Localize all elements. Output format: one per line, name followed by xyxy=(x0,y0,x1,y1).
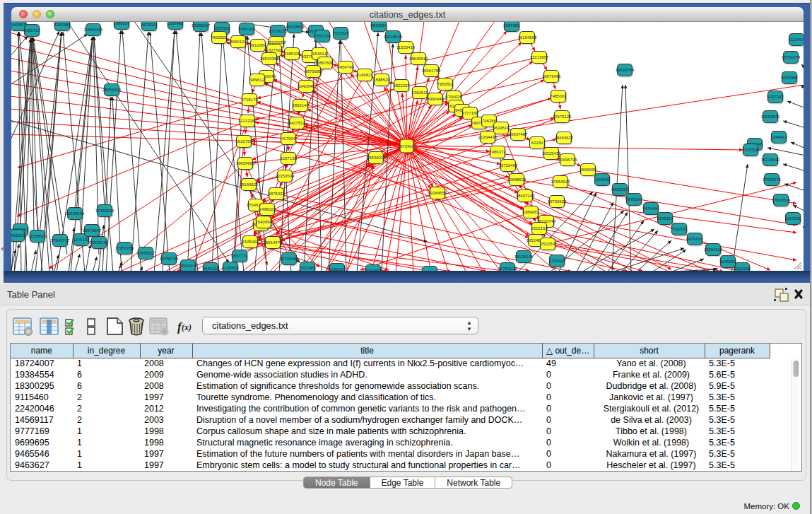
svg-text:21364436: 21364436 xyxy=(478,135,498,139)
svg-text:1935227: 1935227 xyxy=(329,267,346,271)
svg-text:28053346: 28053346 xyxy=(102,88,122,92)
svg-text:1112407: 1112407 xyxy=(789,37,804,42)
svg-text:(x): (x) xyxy=(182,322,192,332)
svg-text:9777169: 9777169 xyxy=(461,111,478,115)
svg-text:18407249: 18407249 xyxy=(516,194,535,198)
svg-text:19654983: 19654983 xyxy=(236,161,255,165)
svg-text:15751074: 15751074 xyxy=(782,55,801,59)
svg-text:8660124: 8660124 xyxy=(230,40,247,44)
svg-text:2803144: 2803144 xyxy=(292,103,309,107)
svg-text:9474444: 9474444 xyxy=(642,206,659,211)
svg-text:10654112: 10654112 xyxy=(704,247,723,252)
svg-text:14136141: 14136141 xyxy=(514,255,534,259)
svg-text:7986372: 7986372 xyxy=(489,150,506,154)
svg-text:19756928: 19756928 xyxy=(548,199,567,204)
svg-text:1145193: 1145193 xyxy=(73,238,90,242)
svg-text:19166825: 19166825 xyxy=(240,182,259,187)
svg-text:17654923: 17654923 xyxy=(551,180,570,184)
svg-text:9329966: 9329966 xyxy=(781,76,798,80)
svg-text:12975125: 12975125 xyxy=(553,115,572,119)
svg-text:1980537: 1980537 xyxy=(113,22,130,25)
svg-text:18463627: 18463627 xyxy=(555,136,574,140)
svg-text:417004: 417004 xyxy=(281,136,296,141)
svg-text:12923445: 12923445 xyxy=(179,264,198,268)
svg-text:19218506: 19218506 xyxy=(384,35,403,39)
svg-text:19384554: 19384554 xyxy=(428,191,447,195)
svg-text:19975867: 19975867 xyxy=(83,228,102,233)
svg-text:989612: 989612 xyxy=(250,78,265,82)
svg-text:17957255: 17957255 xyxy=(115,246,134,250)
svg-text:8938923: 8938923 xyxy=(611,187,628,192)
svg-text:10655267: 10655267 xyxy=(192,23,211,28)
svg-text:6794028: 6794028 xyxy=(445,95,462,99)
svg-text:9227343: 9227343 xyxy=(767,95,784,99)
svg-text:9919157: 9919157 xyxy=(11,233,25,238)
svg-text:16914479: 16914479 xyxy=(264,240,283,245)
svg-text:7955812: 7955812 xyxy=(437,82,454,86)
svg-text:20495794: 20495794 xyxy=(558,158,577,162)
svg-text:12505195: 12505195 xyxy=(90,240,109,245)
svg-text:1327502: 1327502 xyxy=(266,48,283,52)
svg-text:3624514: 3624514 xyxy=(493,126,510,130)
svg-text:164095: 164095 xyxy=(595,177,610,182)
svg-text:8186328: 8186328 xyxy=(283,52,300,56)
svg-text:4125760: 4125760 xyxy=(421,270,438,271)
svg-text:6879197: 6879197 xyxy=(625,197,642,201)
svg-text:9384067: 9384067 xyxy=(522,210,539,214)
svg-text:2867608: 2867608 xyxy=(317,61,334,65)
svg-text:7632621: 7632621 xyxy=(671,227,688,231)
svg-text:17016504: 17016504 xyxy=(772,198,791,202)
svg-text:16754122: 16754122 xyxy=(498,267,517,271)
svg-text:10782759: 10782759 xyxy=(160,257,179,261)
svg-text:8813054: 8813054 xyxy=(370,23,387,28)
svg-text:7515526: 7515526 xyxy=(332,31,349,35)
svg-text:9122345: 9122345 xyxy=(734,267,751,271)
svg-text:10025433: 10025433 xyxy=(542,151,561,156)
svg-text:1167531: 1167531 xyxy=(785,216,802,221)
svg-text:7612983: 7612983 xyxy=(299,266,316,270)
svg-text:16548784: 16548784 xyxy=(616,68,635,72)
svg-text:18724007: 18724007 xyxy=(398,144,417,148)
svg-text:16210643: 16210643 xyxy=(761,158,780,162)
svg-text:1527602: 1527602 xyxy=(213,26,230,30)
svg-text:17692971: 17692971 xyxy=(763,177,782,182)
svg-text:8250984: 8250984 xyxy=(54,23,71,27)
svg-text:12353594: 12353594 xyxy=(276,174,295,178)
svg-text:252254: 252254 xyxy=(541,242,555,246)
svg-text:12213957: 12213957 xyxy=(530,55,549,59)
svg-text:17942717: 17942717 xyxy=(51,238,70,243)
svg-text:9657771: 9657771 xyxy=(231,254,248,258)
svg-text:7663822: 7663822 xyxy=(211,35,228,40)
svg-text:8470626: 8470626 xyxy=(686,237,703,241)
svg-text:15830027: 15830027 xyxy=(367,156,386,160)
svg-text:8912954: 8912954 xyxy=(249,43,266,47)
svg-text:1615152: 1615152 xyxy=(531,226,548,230)
svg-text:1588520: 1588520 xyxy=(373,78,390,82)
svg-text:10973493: 10973493 xyxy=(542,74,561,78)
svg-text:8454749: 8454749 xyxy=(337,65,354,69)
svg-text:3267130: 3267130 xyxy=(280,156,297,160)
svg-text:2935114: 2935114 xyxy=(657,216,674,221)
svg-text:5822037: 5822037 xyxy=(393,83,410,88)
svg-text:16154808: 16154808 xyxy=(518,35,537,40)
svg-text:1733426: 1733426 xyxy=(548,259,565,263)
svg-text:12093872: 12093872 xyxy=(761,115,780,119)
svg-text:16033809: 16033809 xyxy=(286,25,305,29)
svg-text:9845121: 9845121 xyxy=(202,267,219,271)
svg-text:1610755: 1610755 xyxy=(235,139,252,144)
svg-text:9699695: 9699695 xyxy=(579,168,596,172)
svg-text:2718176: 2718176 xyxy=(241,98,258,102)
svg-text:5878332: 5878332 xyxy=(268,192,285,196)
svg-text:9242848: 9242848 xyxy=(298,84,314,88)
svg-text:62160: 62160 xyxy=(531,141,543,145)
svg-text:7357224: 7357224 xyxy=(314,34,331,38)
svg-text:15720407: 15720407 xyxy=(499,163,518,168)
svg-text:7485003: 7485003 xyxy=(550,94,567,98)
svg-text:10244501: 10244501 xyxy=(364,269,383,271)
svg-text:9146821: 9146821 xyxy=(356,73,373,77)
svg-text:9245652: 9245652 xyxy=(719,259,736,264)
svg-text:12213382: 12213382 xyxy=(238,119,257,123)
svg-text:11325419: 11325419 xyxy=(396,45,416,49)
svg-text:2687682: 2687682 xyxy=(503,23,520,28)
svg-text:1498222: 1498222 xyxy=(259,207,276,211)
